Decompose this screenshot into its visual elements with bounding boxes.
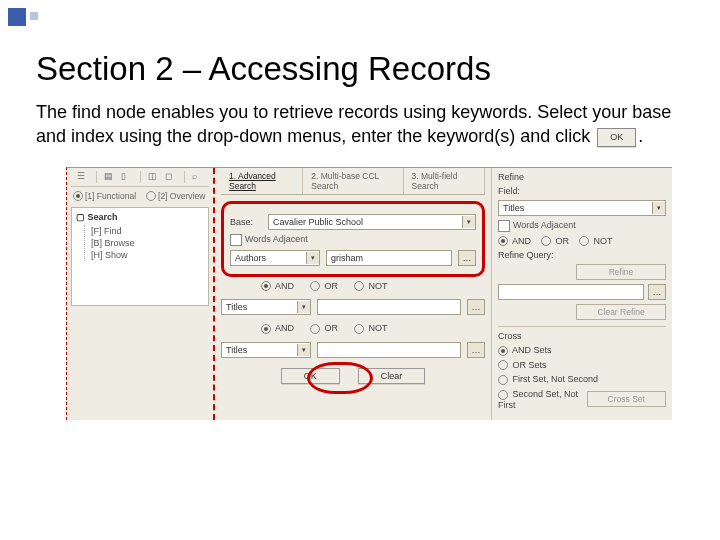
separator xyxy=(140,171,141,183)
middle-panel: 1. Advanced Search 2. Multi-base CCL Sea… xyxy=(215,168,492,420)
search-icon[interactable]: ⌕ xyxy=(192,171,203,183)
view-selector: [1] Functional [2] Overview xyxy=(71,187,209,206)
divider xyxy=(498,326,666,327)
cross-and-sets[interactable]: AND Sets xyxy=(498,345,552,356)
radio-or-2[interactable]: OR xyxy=(310,323,338,334)
clear-button[interactable]: Clear xyxy=(358,368,426,384)
chevron-down-icon: ▾ xyxy=(297,344,310,356)
radio-and[interactable]: AND xyxy=(261,281,294,292)
logic-row-2: AND OR NOT xyxy=(221,319,485,338)
keyword-input-3[interactable] xyxy=(317,342,461,358)
chevron-down-icon: ▾ xyxy=(462,216,475,228)
separator xyxy=(184,171,185,183)
browse-button-3[interactable]: … xyxy=(467,342,485,358)
toolbar-icon[interactable]: ▤ xyxy=(104,171,115,183)
toolbar-icon[interactable]: ☰ xyxy=(77,171,88,183)
slide-title: Section 2 – Accessing Records xyxy=(36,50,684,88)
clear-refine-button[interactable]: Clear Refine xyxy=(576,304,666,320)
search-tabs: 1. Advanced Search 2. Multi-base CCL Sea… xyxy=(221,168,485,195)
radio-or[interactable]: OR xyxy=(310,281,338,292)
words-adjacent-checkbox[interactable]: Words Adjacent xyxy=(230,234,308,246)
refine-query-input[interactable] xyxy=(498,284,644,300)
action-button-row: OK Clear xyxy=(221,368,485,384)
refine-browse-button[interactable]: … xyxy=(648,284,666,300)
refine-group-title: Refine xyxy=(498,172,666,182)
index-dropdown-titles-1[interactable]: Titles▾ xyxy=(221,299,311,315)
right-panel: Refine Field: Titles▾ Words Adjacent AND… xyxy=(492,168,672,420)
refine-button[interactable]: Refine xyxy=(576,264,666,280)
slide-content: Section 2 – Accessing Records The find n… xyxy=(0,0,720,420)
refine-radio-or[interactable]: OR xyxy=(541,236,569,247)
logic-row-1: AND OR NOT xyxy=(221,277,485,296)
radio-not[interactable]: NOT xyxy=(354,281,388,292)
refine-field-dropdown[interactable]: Titles▾ xyxy=(498,200,666,216)
base-dropdown[interactable]: Cavalier Public School▾ xyxy=(268,214,476,230)
index-dropdown-authors[interactable]: Authors▾ xyxy=(230,250,320,266)
tree-item-show[interactable]: [H] Show xyxy=(91,249,204,261)
refine-query-label: Refine Query: xyxy=(498,250,666,260)
inline-ok-button-image: OK xyxy=(597,128,636,146)
radio-not-2[interactable]: NOT xyxy=(354,323,388,334)
chevron-down-icon: ▾ xyxy=(652,202,665,214)
cross-second-not-first[interactable]: Second Set, Not First xyxy=(498,389,583,410)
tree-item-browse[interactable]: [B] Browse xyxy=(91,237,204,249)
toolbar-icon[interactable]: ◻ xyxy=(165,171,176,183)
left-toolbar: ☰ ▤ ▯ ◫ ◻ ⌕ xyxy=(71,168,209,187)
left-panel: ☰ ▤ ▯ ◫ ◻ ⌕ [1] Functional [2] Overview … xyxy=(67,168,215,420)
cross-set-button[interactable]: Cross Set xyxy=(587,391,666,407)
toolbar-icon[interactable]: ◫ xyxy=(148,171,159,183)
nav-tree: ▢ Search [F] Find [B] Browse [H] Show xyxy=(71,207,209,306)
tab-multifield[interactable]: 3. Multi-field Search xyxy=(404,168,485,194)
app-screenshot: ☰ ▤ ▯ ◫ ◻ ⌕ [1] Functional [2] Overview … xyxy=(66,167,672,420)
slide-body-text-1: The find node enables you to retrieve re… xyxy=(36,102,671,146)
highlight-base-keyword-box: Base: Cavalier Public School▾ Words Adja… xyxy=(221,201,485,277)
keyword-input-2[interactable] xyxy=(317,299,461,315)
field-label: Field: xyxy=(498,186,666,196)
cross-group-title: Cross xyxy=(498,331,666,341)
view-functional[interactable]: [1] Functional xyxy=(73,191,136,202)
toolbar-icon[interactable]: ▯ xyxy=(121,171,132,183)
slide-body-text-2: . xyxy=(638,126,643,146)
refine-radio-and[interactable]: AND xyxy=(498,236,531,247)
ok-button[interactable]: OK xyxy=(281,368,340,384)
chevron-down-icon: ▾ xyxy=(297,301,310,313)
cross-first-not-second[interactable]: First Set, Not Second xyxy=(498,374,598,385)
tab-multibase-ccl[interactable]: 2. Multi-base CCL Search xyxy=(303,168,403,194)
view-overview[interactable]: [2] Overview xyxy=(146,191,205,202)
browse-button[interactable]: … xyxy=(458,250,476,266)
tab-advanced-search[interactable]: 1. Advanced Search xyxy=(221,168,303,194)
separator xyxy=(96,171,97,183)
refine-radio-not[interactable]: NOT xyxy=(579,236,613,247)
cross-or-sets[interactable]: OR Sets xyxy=(498,360,547,371)
index-dropdown-titles-2[interactable]: Titles▾ xyxy=(221,342,311,358)
tree-root-search[interactable]: ▢ Search xyxy=(76,212,204,222)
radio-and-2[interactable]: AND xyxy=(261,323,294,334)
slide-body: The find node enables you to retrieve re… xyxy=(36,100,684,149)
refine-words-adjacent-checkbox[interactable]: Words Adjacent xyxy=(498,220,576,232)
base-label: Base: xyxy=(230,217,262,227)
chevron-down-icon: ▾ xyxy=(306,252,319,264)
tree-item-find[interactable]: [F] Find xyxy=(91,225,204,237)
keyword-input[interactable]: grisham xyxy=(326,250,452,266)
browse-button-2[interactable]: … xyxy=(467,299,485,315)
